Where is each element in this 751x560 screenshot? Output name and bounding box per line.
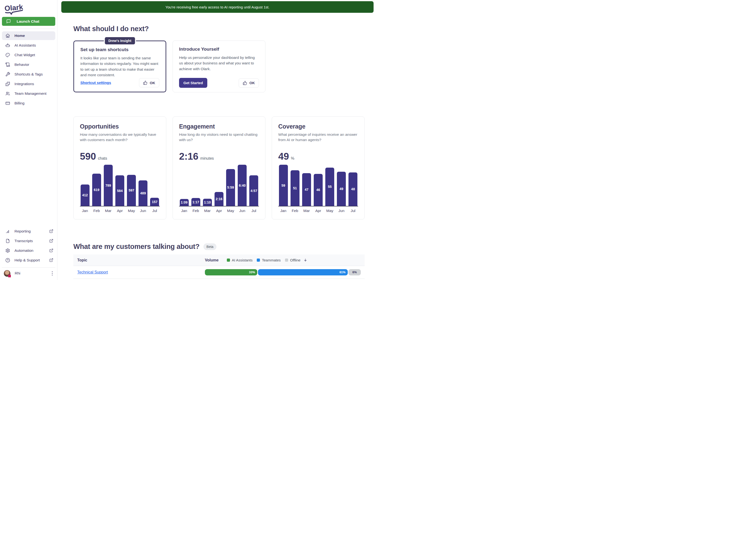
volume-column-header: Volume xyxy=(205,258,219,262)
insight-card-introduce-yourself: Introduce Yourself Help us personalize y… xyxy=(173,41,266,92)
early-access-banner: You're receiving free early access to AI… xyxy=(61,1,373,13)
thumbs-up-icon xyxy=(243,81,247,85)
bar: 1:10 xyxy=(203,199,212,206)
bar: 46 xyxy=(314,174,323,206)
launch-chat-label: Launch Chat xyxy=(17,19,39,24)
ok-button[interactable]: OK xyxy=(139,78,159,87)
topic-column-header: Topic xyxy=(73,258,205,262)
bar-value-label: 48 xyxy=(351,187,355,191)
sidebar-item-shortcuts-tags[interactable]: Shortcuts & Tags xyxy=(2,70,55,79)
headline-unit: % xyxy=(291,156,294,161)
bar: 2:16 xyxy=(214,192,224,206)
home-icon xyxy=(5,33,10,38)
sidebar-item-label: Transcripts xyxy=(15,239,49,243)
bar-value-label: 1:10 xyxy=(204,200,211,204)
section-title-next-steps: What should I do next? xyxy=(73,25,365,33)
sidebar-item-billing[interactable]: Billing xyxy=(2,99,55,107)
bar-column: 5:59 xyxy=(226,165,236,206)
month-label: Jan xyxy=(278,208,288,213)
sidebar-item-label: Help & Support xyxy=(15,258,49,262)
sidebar-primary-nav: HomeAI AssistantsChat WidgetBehaviorShor… xyxy=(0,31,57,107)
chart-subtitle: What percentage of inquiries receive an … xyxy=(278,132,358,143)
olark-logo[interactable]: Olark xyxy=(0,0,57,14)
olark-dashboard: Olark Launch Chat HomeAI AssistantsChat … xyxy=(0,0,376,280)
bar-column: 597 xyxy=(127,165,137,206)
sidebar-item-transcripts[interactable]: Transcripts xyxy=(2,237,55,245)
month-label: Jan xyxy=(80,208,90,213)
user-avatar xyxy=(4,270,11,277)
bar-value-label: 47 xyxy=(305,188,309,192)
users-icon xyxy=(5,91,10,96)
bar-value-label: 619 xyxy=(94,188,99,192)
bar-value-label: 157 xyxy=(152,200,157,204)
legend-swatch xyxy=(257,259,260,262)
month-label: Apr xyxy=(115,208,125,213)
insight-card-team-shortcuts: Drew's Insight Set up team shortcuts It … xyxy=(73,41,166,92)
drews-insight-badge: Drew's Insight xyxy=(104,36,136,45)
sidebar-item-integrations[interactable]: Integrations xyxy=(2,80,55,88)
month-label: Mar xyxy=(202,208,212,213)
get-started-button[interactable]: Get Started xyxy=(179,78,207,88)
headline-unit: minutes xyxy=(200,156,214,161)
bar-column: 47 xyxy=(302,165,311,206)
chart-title: Engagement xyxy=(179,123,259,130)
sidebar-item-chat-widget[interactable]: Chat Widget xyxy=(2,51,55,59)
external-link-icon xyxy=(49,258,53,262)
sidebar-item-automation[interactable]: Automation xyxy=(2,246,55,255)
chat-bubble-icon xyxy=(6,19,11,24)
bar: 59 xyxy=(279,165,288,206)
headline-unit: chats xyxy=(98,156,107,161)
bar-column: 51 xyxy=(290,165,300,206)
month-label: Jul xyxy=(150,208,160,213)
chart-subtitle: How many conversations do we typically h… xyxy=(80,132,160,143)
month-label: Feb xyxy=(191,208,201,213)
palette-icon xyxy=(5,53,10,57)
volume-bar-segment: 33% xyxy=(205,269,257,275)
bar-value-label: 597 xyxy=(129,188,134,192)
month-label: Jan xyxy=(179,208,189,213)
bar-column: 6:40 xyxy=(237,165,247,206)
bar-value-label: 1:09 xyxy=(181,200,188,204)
bar-value-label: 412 xyxy=(82,193,88,197)
bar-column: 4:57 xyxy=(249,165,259,206)
card-body: Help us personalize your dashboard by te… xyxy=(179,55,259,72)
sidebar-item-reporting[interactable]: Reporting xyxy=(2,227,55,236)
legend-label: Teammates xyxy=(262,258,281,262)
month-label: Mar xyxy=(302,208,311,213)
shortcut-settings-link[interactable]: Shortcut settings xyxy=(80,81,111,85)
sidebar-item-label: Automation xyxy=(15,248,49,253)
month-label: Feb xyxy=(290,208,300,213)
sort-descending-icon[interactable] xyxy=(303,258,307,262)
sidebar-item-behavior[interactable]: Behavior xyxy=(2,60,55,69)
external-link-icon xyxy=(49,239,53,243)
sidebar-item-team-management[interactable]: Team Management xyxy=(2,89,55,98)
bar: 489 xyxy=(138,180,148,206)
ok-button[interactable]: OK xyxy=(239,78,259,87)
bar-value-label: 2:16 xyxy=(215,197,222,201)
bar-value-label: 489 xyxy=(140,191,146,195)
bar-chart: 412619789584597489157 JanFebMarAprMayJun… xyxy=(80,165,160,213)
ok-label: OK xyxy=(250,81,255,85)
card-body: It looks like your team is sending the s… xyxy=(80,55,159,78)
bar-column: 59 xyxy=(278,165,288,206)
topics-table: Topic Volume AI AssistantsTeammatesOffli… xyxy=(73,255,365,279)
user-row[interactable]: Rhi xyxy=(0,268,57,280)
metrics-charts-row: Opportunities How many conversations do … xyxy=(73,117,365,219)
sidebar-item-label: AI Assistants xyxy=(15,43,53,47)
card-title: Introduce Yourself xyxy=(179,46,259,52)
chart-card-engagement: Engagement How long do my visitors need … xyxy=(173,117,266,219)
user-menu-kebab-icon[interactable] xyxy=(50,270,55,277)
month-label: Jul xyxy=(348,208,358,213)
sidebar-item-label: Integrations xyxy=(15,82,53,86)
scroll-icon xyxy=(5,62,10,67)
chart-title: Opportunities xyxy=(80,123,160,130)
external-link-icon xyxy=(49,229,53,233)
launch-chat-button[interactable]: Launch Chat xyxy=(2,17,55,26)
volume-bar-segment: 61% xyxy=(258,269,348,275)
topic-link[interactable]: Technical Support xyxy=(77,270,108,274)
sidebar-item-home[interactable]: Home xyxy=(2,31,55,40)
sidebar-item-help-support[interactable]: Help & Support xyxy=(2,256,55,264)
sidebar-item-ai-assistants[interactable]: AI Assistants xyxy=(2,41,55,50)
legend-item: Offline xyxy=(285,258,301,262)
bar: 597 xyxy=(127,175,136,206)
